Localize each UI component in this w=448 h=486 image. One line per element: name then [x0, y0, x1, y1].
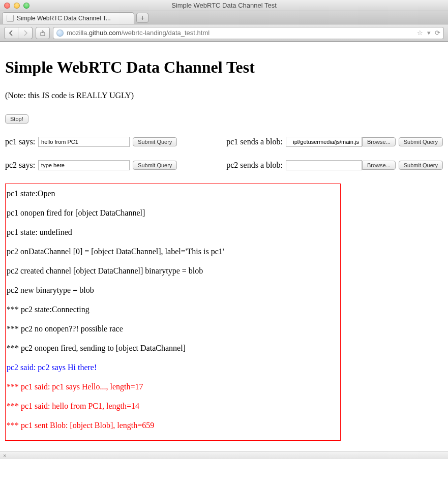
- log-line: *** pc1 said: hello from PC1, length=14: [6, 435, 340, 441]
- reload-icon[interactable]: ⟳: [435, 29, 440, 37]
- page-heading: Simple WebRTC Data Channel Test: [5, 58, 443, 77]
- pc1-says-label: pc1 says:: [5, 137, 35, 146]
- log-line: *** pc1 said: pc1 says Hello..., length=…: [6, 377, 340, 397]
- browser-toolbar: mozilla.github.com/webrtc-landing/data_t…: [0, 24, 448, 42]
- browser-tab[interactable]: Simple WebRTC Data Channel T...: [2, 12, 134, 24]
- log-inner: pc1 state:Openpc1 onopen fired for [obje…: [6, 184, 340, 441]
- globe-icon: [56, 29, 64, 37]
- pc2-says-submit[interactable]: Submit Query: [133, 161, 177, 170]
- minimize-window-button[interactable]: [14, 3, 20, 9]
- log-line: *** pc1 sent Blob: [object Blob], length…: [6, 416, 340, 435]
- pc2-blob-label: pc2 sends a blob:: [226, 161, 283, 170]
- pc1-blob-submit[interactable]: Submit Query: [399, 137, 443, 146]
- share-button[interactable]: [36, 27, 50, 39]
- log-line: pc2 new binarytype = blob: [6, 281, 340, 300]
- status-text: ×: [3, 452, 6, 459]
- url-host: github.com: [89, 29, 122, 37]
- urlbar-right: ☆ ▾ ⟳: [417, 29, 440, 37]
- share-icon: [40, 30, 46, 36]
- back-arrow-icon: [8, 30, 14, 36]
- status-bar: ×: [0, 451, 448, 459]
- row-pc2-left: pc2 says: Submit Query: [5, 160, 226, 170]
- page-content: Simple WebRTC Data Channel Test (Note: t…: [0, 42, 448, 451]
- pc2-blob-submit[interactable]: Submit Query: [399, 161, 443, 170]
- log-line: pc2 onDataChannel [0] = [object DataChan…: [6, 242, 340, 261]
- nav-group: [4, 27, 33, 39]
- row-pc2-right: pc2 sends a blob: Browse... Submit Query: [226, 160, 443, 170]
- pc1-says-input[interactable]: [38, 137, 130, 147]
- form-rows: pc1 says: Submit Query pc1 sends a blob:…: [5, 137, 443, 170]
- window-titlebar: Simple WebRTC Data Channel Test: [0, 0, 448, 11]
- favicon-icon: [7, 15, 14, 22]
- log-line: *** pc2 no onopen??! possible race: [6, 319, 340, 339]
- zoom-window-button[interactable]: [23, 3, 29, 9]
- bookmark-icon[interactable]: ☆: [417, 29, 423, 37]
- log-panel[interactable]: pc1 state:Openpc1 onopen fired for [obje…: [5, 184, 341, 441]
- tab-strip: Simple WebRTC Data Channel T... +: [0, 11, 448, 24]
- row-pc1-right: pc1 sends a blob: Browse... Submit Query: [226, 137, 443, 147]
- log-line: pc1 state:Open: [6, 184, 340, 203]
- pc2-says-input[interactable]: [38, 160, 130, 170]
- forward-button[interactable]: [18, 27, 33, 39]
- pc1-file-chooser[interactable]: Browse...: [286, 137, 396, 147]
- new-tab-button[interactable]: +: [136, 13, 148, 23]
- row-pc1: pc1 says: Submit Query pc1 sends a blob:…: [5, 137, 443, 147]
- pc1-browse-button[interactable]: Browse...: [362, 137, 396, 146]
- pc2-file-chooser[interactable]: Browse...: [286, 160, 396, 170]
- url-path: /webrtc-landing/data_test.html: [122, 29, 210, 37]
- pc1-blob-label: pc1 sends a blob:: [226, 137, 283, 146]
- log-line: *** pc2 onopen fired, sending to [object…: [6, 339, 340, 358]
- forward-arrow-icon: [22, 30, 28, 36]
- window-title: Simple WebRTC Data Channel Test: [0, 2, 448, 9]
- pc1-says-submit[interactable]: Submit Query: [133, 137, 177, 146]
- pc2-says-label: pc2 says:: [5, 161, 35, 170]
- pc2-file-text[interactable]: [286, 160, 362, 170]
- dropdown-icon[interactable]: ▾: [427, 29, 431, 37]
- log-line: pc2 created channel [object DataChannel]…: [6, 261, 340, 281]
- back-button[interactable]: [4, 27, 18, 39]
- url-prefix: mozilla.: [67, 29, 89, 37]
- pc1-file-text[interactable]: [286, 137, 362, 147]
- url-text: mozilla.github.com/webrtc-landing/data_t…: [67, 29, 414, 37]
- log-line: pc1 state: undefined: [6, 223, 340, 242]
- page-note: (Note: this JS code is REALLY UGLY): [5, 91, 443, 100]
- url-bar[interactable]: mozilla.github.com/webrtc-landing/data_t…: [53, 27, 444, 39]
- log-line: *** pc1 said: hello from PC1, length=14: [6, 397, 340, 416]
- traffic-lights: [4, 3, 29, 9]
- log-line: pc1 onopen fired for [object DataChannel…: [6, 203, 340, 223]
- tab-title: Simple WebRTC Data Channel T...: [17, 15, 130, 22]
- pc2-browse-button[interactable]: Browse...: [362, 161, 396, 170]
- row-pc2: pc2 says: Submit Query pc2 sends a blob:…: [5, 160, 443, 170]
- stop-button[interactable]: Stop!: [5, 114, 28, 124]
- row-pc1-left: pc1 says: Submit Query: [5, 137, 226, 147]
- log-line: *** pc2 state:Connecting: [6, 300, 340, 319]
- close-window-button[interactable]: [4, 3, 10, 9]
- log-line: pc2 said: pc2 says Hi there!: [6, 358, 340, 377]
